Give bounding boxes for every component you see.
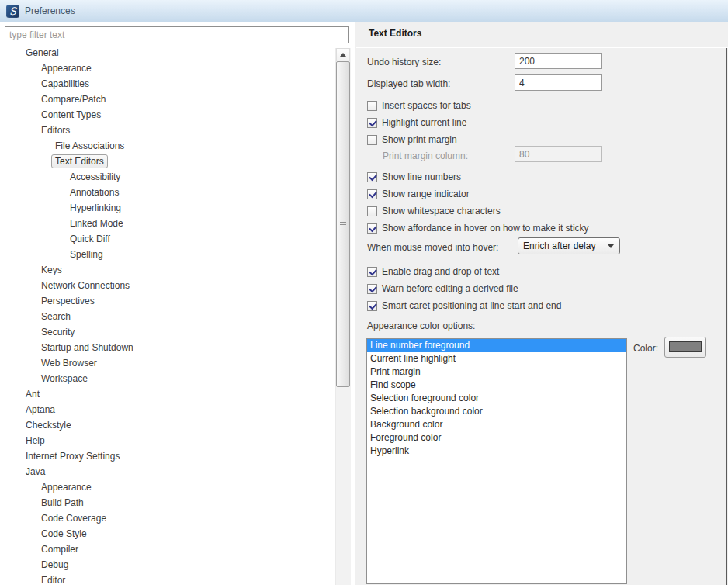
color-option-foreground-color[interactable]: Foreground color [367,431,626,445]
tree-item-keys[interactable]: Keys [0,262,334,278]
tree-item-quick-diff[interactable]: Quick Diff [0,231,334,247]
tab-width-input[interactable] [515,74,602,91]
checkbox-warn-before-editing-a-derived-file[interactable]: Warn before editing a derived file [367,280,561,297]
tree-item-label: Search [41,311,71,322]
color-swatch [669,341,702,352]
color-option-label: Print margin [370,366,421,377]
tree-item-annotations[interactable]: Annotations [0,185,334,200]
checkbox-smart-caret-positioning-at-line-start-and-end[interactable]: Smart caret positioning at line start an… [367,297,561,314]
tree-item-help[interactable]: Help [0,433,334,448]
tree-item-network-connections[interactable]: Network Connections [0,278,334,293]
color-option-current-line-highlight[interactable]: Current line highlight [367,352,626,365]
checkbox-label: Smart caret positioning at line start an… [382,300,561,311]
checkbox-show-range-indicator[interactable]: Show range indicator [367,185,589,202]
tree-item-label: Editor [41,575,65,585]
color-picker-button[interactable] [664,337,706,358]
hover-mode-dropdown[interactable]: Enrich after delay [518,237,620,254]
color-label: Color: [633,343,658,354]
tree-item-label: Network Connections [41,280,130,291]
checkbox-insert-spaces-for-tabs[interactable]: Insert spaces for tabs [367,97,471,114]
tree-item-spelling[interactable]: Spelling [0,247,334,262]
tree-item-capabilities[interactable]: Capabilities [0,76,334,92]
tree-item-label: Internet Proxy Settings [26,451,120,462]
tree-item-file-associations[interactable]: File Associations [0,138,334,154]
tree-scrollbar[interactable] [335,48,351,585]
tree-item-compiler[interactable]: Compiler [0,542,334,557]
tree-item-hyperlinking[interactable]: Hyperlinking [0,200,334,216]
scrollbar-thumb[interactable] [336,61,350,387]
color-option-label: Line number foreground [370,340,470,351]
scroll-up-button[interactable] [336,48,350,61]
tree-item-label: Editors [41,125,70,136]
tree-item-appearance[interactable]: Appearance [0,61,334,76]
tree-item-debug[interactable]: Debug [0,557,334,573]
tree-item-label: Debug [41,559,68,570]
tree-item-editor[interactable]: Editor [0,573,334,585]
tree-item-label: Quick Diff [70,234,110,244]
tree-item-content-types[interactable]: Content Types [0,107,334,123]
color-option-label: Hyperlink [370,445,409,456]
right-edge-border [726,48,727,585]
tree-item-linked-mode[interactable]: Linked Mode [0,216,334,231]
tree-item-label: Startup and Shutdown [41,342,133,353]
tree-item-editors[interactable]: Editors [0,123,334,138]
print-margin-column-label: Print margin column: [383,151,468,161]
undo-history-input[interactable] [515,53,602,69]
color-option-find-scope[interactable]: Find scope [367,379,626,392]
tree-item-aptana[interactable]: Aptana [0,402,334,417]
tree-item-workspace[interactable]: Workspace [0,371,334,386]
checkbox-show-affordance-in-hover-on-how-to-make-it-sticky[interactable]: Show affordance in hover on how to make … [367,220,589,237]
tree-item-checkstyle[interactable]: Checkstyle [0,417,334,433]
app-logo-icon: S [6,5,19,18]
tree-item-general[interactable]: General [0,45,334,61]
color-option-selection-foreground-color[interactable]: Selection foreground color [367,392,626,405]
text-editors-settings-panel: Text Editors Undo history size: Displaye… [356,22,728,585]
tree-item-java[interactable]: Java [0,464,334,479]
checkbox-group-1: Insert spaces for tabs Highlight current… [367,97,471,148]
tree-item-compare-patch[interactable]: Compare/Patch [0,92,334,107]
checkbox-group-2: Show line numbers Show range indicator S… [367,168,589,237]
tree-item-label: Hyperlinking [70,202,121,213]
tree-item-label: Appearance [41,482,92,493]
checkbox-show-whitespace-characters[interactable]: Show whitespace characters [367,202,589,220]
tree-item-web-browser[interactable]: Web Browser [0,355,334,371]
color-option-hyperlink[interactable]: Hyperlink [367,445,626,458]
checkbox-box [367,284,377,294]
checkbox-enable-drag-and-drop-of-text[interactable]: Enable drag and drop of text [367,263,561,280]
tree-item-label: Compiler [41,544,78,555]
tree-item-text-editors[interactable]: Text Editors [0,154,334,169]
tree-item-label: Compare/Patch [41,94,106,105]
filter-input[interactable] [5,26,349,43]
tree-item-startup-and-shutdown[interactable]: Startup and Shutdown [0,340,334,355]
tree-item-accessibility[interactable]: Accessibility [0,169,334,185]
tree-item-label: Code Style [41,528,87,539]
color-option-background-color[interactable]: Background color [367,418,626,431]
tree-item-security[interactable]: Security [0,324,334,340]
checkbox-group-3: Enable drag and drop of text Warn before… [367,263,561,314]
tree-item-label: Capabilities [41,78,89,89]
window-titlebar[interactable]: S Preferences [0,0,728,22]
checkbox-show-line-numbers[interactable]: Show line numbers [367,168,589,185]
print-margin-column-input [515,146,602,162]
tree-item-code-style[interactable]: Code Style [0,526,334,542]
tree-item-perspectives[interactable]: Perspectives [0,293,334,309]
color-option-print-margin[interactable]: Print margin [367,365,626,379]
tree-item-label: Security [41,327,75,338]
chevron-down-icon [608,244,614,248]
tree-item-label: Linked Mode [70,218,123,229]
tree-item-code-coverage[interactable]: Code Coverage [0,511,334,526]
tree-item-search[interactable]: Search [0,309,334,324]
tree-item-build-path[interactable]: Build Path [0,495,334,511]
checkbox-show-print-margin[interactable]: Show print margin [367,131,471,148]
tree-item-label: Help [26,435,45,446]
tree-item-ant[interactable]: Ant [0,386,334,402]
tree-item-label: Code Coverage [41,513,106,524]
tree-item-appearance[interactable]: Appearance [0,479,334,495]
tree-item-internet-proxy-settings[interactable]: Internet Proxy Settings [0,448,334,464]
tree-item-label: Perspectives [41,296,95,306]
checkbox-highlight-current-line[interactable]: Highlight current line [367,114,471,131]
checkbox-label: Show affordance in hover on how to make … [382,223,589,234]
color-option-selection-background-color[interactable]: Selection background color [367,405,626,418]
page-title: Text Editors [369,28,421,39]
color-option-line-number-foreground[interactable]: Line number foreground [367,339,626,352]
